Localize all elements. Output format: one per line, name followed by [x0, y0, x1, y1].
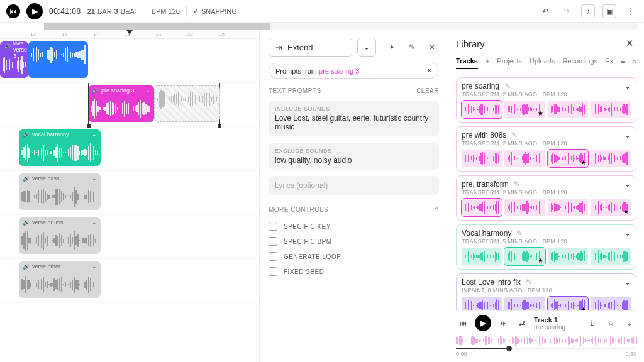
- library-clip[interactable]: [462, 150, 502, 167]
- library-clip[interactable]: [548, 199, 588, 216]
- control-option[interactable]: SPECIFIC BPM: [269, 237, 439, 246]
- player-star-button[interactable]: ☆: [604, 316, 618, 330]
- library-clip[interactable]: [504, 297, 545, 310]
- library-tab[interactable]: Ex: [605, 57, 613, 65]
- layers-button[interactable]: ▣: [602, 4, 616, 18]
- edit-icon[interactable]: ✎: [511, 131, 518, 140]
- library-clip[interactable]: [591, 101, 631, 118]
- chip-clear-icon[interactable]: ✕: [426, 67, 432, 75]
- chevron-down-icon[interactable]: ⌄: [625, 229, 631, 238]
- playhead[interactable]: [130, 30, 130, 362]
- filter-icon[interactable]: ≡: [621, 54, 625, 68]
- library-clip[interactable]: ★: [591, 199, 631, 216]
- group-name: Lost Love intro fix: [462, 278, 521, 287]
- chevron-down-icon[interactable]: ⌄: [625, 180, 631, 189]
- close-panel-button[interactable]: ✕: [425, 40, 439, 54]
- timeline-clip[interactable]: 🔊verse drums⌄: [19, 217, 101, 254]
- library-clip[interactable]: [504, 199, 545, 216]
- sparkle-icon[interactable]: ✦: [385, 40, 399, 54]
- chevron-down-icon[interactable]: ⌄: [625, 131, 631, 140]
- library-clip[interactable]: [462, 101, 502, 118]
- group-name: pre soaring: [462, 82, 499, 90]
- edit-icon[interactable]: ✎: [514, 180, 520, 189]
- timeline-clip[interactable]: 🔊verse bass⌄: [19, 173, 101, 210]
- library-clip[interactable]: [462, 248, 502, 265]
- library-clip[interactable]: [548, 101, 588, 118]
- lyrics-input[interactable]: Lyrics (optional): [269, 176, 439, 195]
- play-button[interactable]: ▶: [26, 3, 43, 19]
- chevron-down-icon[interactable]: ⌄: [92, 175, 97, 182]
- audio-icon: 🔊: [23, 219, 30, 226]
- add-track-icon[interactable]: +: [486, 57, 489, 65]
- edit-icon[interactable]: ✎: [504, 82, 511, 90]
- timeline-clip[interactable]: [154, 85, 220, 122]
- library-clip[interactable]: [462, 297, 502, 310]
- library-clip[interactable]: [591, 248, 631, 265]
- checkbox[interactable]: [269, 237, 277, 246]
- player-waveform[interactable]: [456, 335, 636, 346]
- player-expand-button[interactable]: ⌄: [623, 316, 636, 330]
- search-icon[interactable]: ⌕: [632, 54, 636, 68]
- close-library-button[interactable]: ✕: [623, 36, 636, 50]
- chevron-down-icon[interactable]: ⌄: [625, 82, 631, 90]
- edit-icon[interactable]: ✎: [526, 278, 532, 287]
- timeline-scrollbar[interactable]: [44, 23, 638, 30]
- checkbox[interactable]: [269, 252, 277, 261]
- player-seekbar[interactable]: [456, 348, 636, 349]
- chevron-down-icon[interactable]: ⌄: [92, 219, 97, 226]
- chevron-down-icon[interactable]: ⌄: [92, 263, 97, 270]
- library-clip[interactable]: [462, 199, 502, 216]
- timeline-clip[interactable]: [28, 41, 88, 78]
- library-clip[interactable]: [591, 150, 631, 167]
- player-play-button[interactable]: ▶: [475, 315, 491, 331]
- library-clip[interactable]: ★: [548, 150, 588, 167]
- library-clip[interactable]: ★: [504, 101, 545, 118]
- library-clip[interactable]: [548, 248, 588, 265]
- library-tabs: Tracks+ProjectsUploadsRecordingsEx≡⌕: [456, 54, 636, 72]
- more-menu-button[interactable]: ⋮: [624, 4, 638, 18]
- checkbox[interactable]: [269, 267, 277, 276]
- timeline-clip[interactable]: 🔊lost love verse 3⌄: [0, 41, 28, 78]
- clear-prompts-button[interactable]: CLEAR: [416, 87, 439, 94]
- library-title: Library: [456, 38, 485, 49]
- library-clip[interactable]: [504, 150, 545, 167]
- player-time-current: 0:00: [456, 351, 467, 357]
- timeline-clip[interactable]: 🔊verse other⌄: [19, 261, 101, 298]
- mode-select[interactable]: ⇥ Extend: [269, 38, 352, 57]
- timeline-clip[interactable]: 🔊vocal harmony⌄: [19, 129, 101, 166]
- divider: [186, 6, 187, 17]
- library-tab[interactable]: Projects: [497, 57, 522, 65]
- redo-button[interactable]: ↷: [560, 4, 574, 18]
- player-download-button[interactable]: ⤓: [585, 316, 599, 330]
- checkbox[interactable]: [269, 222, 277, 231]
- player-prev-button[interactable]: ⏮: [456, 316, 470, 330]
- exclude-sounds-input[interactable]: EXCLUDE SOUNDS low quality, noisy audio: [269, 143, 439, 170]
- prompt-source-link[interactable]: pre soaring 3: [319, 67, 359, 75]
- collapse-controls-button[interactable]: ⌃: [434, 206, 440, 213]
- prompt-source-chip[interactable]: Prompts from pre soaring 3 ✕: [269, 63, 439, 79]
- library-clip[interactable]: ★: [548, 297, 588, 310]
- control-option[interactable]: SPECIFIC KEY: [269, 222, 439, 231]
- edit-icon[interactable]: ✎: [405, 40, 419, 54]
- library-clip[interactable]: [591, 297, 631, 310]
- player-shuffle-button[interactable]: ⇄: [515, 316, 529, 330]
- mode-dropdown[interactable]: ⌄: [357, 38, 376, 57]
- edit-icon[interactable]: ✎: [516, 229, 523, 238]
- library-clip[interactable]: ★: [504, 248, 545, 265]
- library-tab[interactable]: Tracks: [456, 57, 478, 69]
- timeline[interactable]: 13151719212325 🔊lost love verse 3⌄🔊pre s…: [0, 30, 260, 362]
- library-tab[interactable]: Recordings: [562, 57, 597, 65]
- snapping-toggle[interactable]: ✓ SNAPPING: [193, 7, 237, 15]
- player-next-button[interactable]: ⏭: [496, 316, 510, 330]
- undo-button[interactable]: ↶: [538, 4, 552, 18]
- skip-back-button[interactable]: ⏮: [6, 4, 20, 18]
- include-sounds-input[interactable]: INCLUDE SOUNDS Love Lost, steel guitar, …: [269, 101, 439, 136]
- bar-indicator: 21 BAR 3 BEAT: [87, 8, 138, 15]
- control-option[interactable]: GENERATE LOOP: [269, 252, 439, 261]
- audio-icon: 🔊: [23, 263, 30, 270]
- chevron-down-icon[interactable]: ⌄: [625, 278, 631, 287]
- control-option[interactable]: FIXED SEED: [269, 267, 439, 276]
- music-note-button[interactable]: ♪: [581, 4, 595, 18]
- chevron-down-icon[interactable]: ⌄: [92, 131, 97, 138]
- library-tab[interactable]: Uploads: [530, 57, 555, 65]
